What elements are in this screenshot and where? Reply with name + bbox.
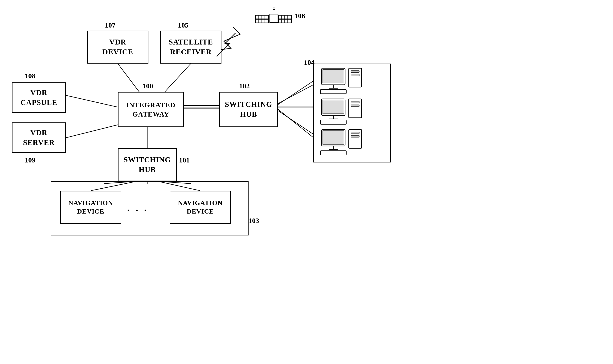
svg-rect-36 [323,100,344,114]
svg-rect-44 [323,131,344,144]
nav-device-2-label: NAVIGATION DEVICE [178,199,222,216]
svg-line-2 [66,95,118,107]
signal-bolt [212,31,240,59]
svg-rect-50 [320,151,346,155]
vdr-device-label: VDR DEVICE [103,37,133,57]
ref-105: 105 [178,21,188,29]
svg-rect-33 [351,74,359,76]
svg-rect-49 [351,135,359,137]
ref-103: 103 [249,217,259,225]
svg-rect-14 [256,15,268,19]
computer-icon-3 [319,128,366,156]
ref-102: 102 [239,82,250,90]
svg-rect-42 [320,120,346,124]
computer-icon-1 [319,67,366,95]
svg-rect-32 [351,71,359,73]
svg-line-3 [66,125,118,138]
svg-line-11 [278,85,313,104]
vdr-capsule-label: VDR CAPSULE [21,88,57,107]
satellite-icon [254,7,302,35]
svg-rect-34 [320,90,346,94]
svg-line-51 [278,81,313,104]
vdr-capsule-box: VDR CAPSULE [12,82,66,113]
ellipsis: · · · [127,205,148,216]
switching-hub-101-box: SWITCHING HUB [118,148,177,181]
svg-point-26 [273,8,275,10]
integrated-gateway-label: INTEGRATED GATEWAY [126,100,175,119]
svg-rect-19 [270,14,278,22]
ref-100: 100 [143,82,153,90]
vdr-server-box: VDR SERVER [12,122,66,153]
svg-rect-15 [256,19,268,23]
svg-rect-20 [279,15,292,19]
ref-109: 109 [25,156,35,164]
svg-rect-40 [351,101,359,103]
nav-device-2-box: NAVIGATION DEVICE [170,191,231,224]
ref-107: 107 [105,21,115,29]
svg-rect-28 [323,69,344,83]
ref-101: 101 [179,156,190,164]
svg-line-53 [278,109,313,138]
switching-hub-101-label: SWITCHING HUB [123,155,171,174]
vdr-server-label: VDR SERVER [23,128,55,147]
nav-device-1-label: NAVIGATION DEVICE [68,199,113,216]
vdr-device-box: VDR DEVICE [87,31,148,64]
svg-line-13 [278,111,313,134]
svg-rect-48 [351,132,359,134]
ref-104: 104 [304,58,315,66]
svg-rect-21 [279,19,292,23]
ref-108: 108 [25,72,35,80]
switching-hub-102-label: SWITCHING HUB [225,100,272,119]
svg-rect-41 [351,105,359,107]
integrated-gateway-box: INTEGRATED GATEWAY [118,92,184,127]
computer-icon-2 [319,98,366,126]
satellite-receiver-label: SATELLITE RECEIVER [169,37,213,57]
switching-hub-102-box: SWITCHING HUB [219,92,278,127]
diagram: VDR DEVICE SATELLITE RECEIVER VDR CAPSUL… [0,0,613,364]
nav-device-1-box: NAVIGATION DEVICE [60,191,121,224]
